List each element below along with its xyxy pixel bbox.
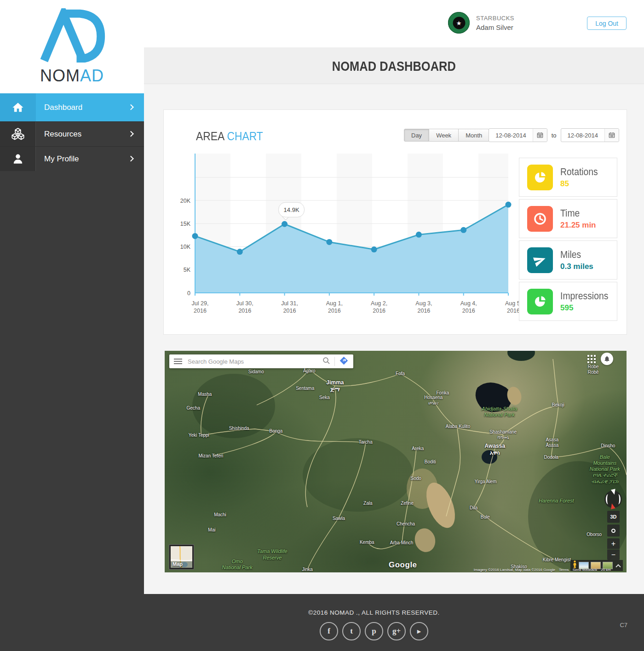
map-label: Kemba: [360, 540, 374, 545]
range-day-button[interactable]: Day: [404, 129, 429, 142]
logo-word-accent: AD: [80, 66, 104, 85]
sidebar-item-my-profile[interactable]: My Profile: [0, 146, 144, 171]
stat-value: 85: [560, 179, 603, 188]
logo-wordmark: NOMAD: [0, 66, 144, 86]
svg-text:20K: 20K: [180, 198, 191, 204]
svg-text:Jul 29,: Jul 29,: [192, 300, 209, 307]
home-icon: [0, 93, 36, 121]
map-label: Bonga: [269, 428, 282, 434]
map-label: Sidamo: [248, 369, 264, 375]
my-location-button[interactable]: [607, 525, 620, 537]
map-label: Awassaአዋሳ: [485, 443, 505, 456]
map-label: Dodola: [544, 455, 558, 460]
user-icon: [0, 147, 36, 171]
calendar-icon[interactable]: [604, 129, 619, 142]
svg-text:Jul 31,: Jul 31,: [281, 300, 298, 307]
search-icon[interactable]: [322, 357, 330, 366]
to-label: to: [552, 132, 557, 139]
chart-point[interactable]: [371, 246, 377, 252]
map-label: Bule: [481, 514, 490, 520]
sidebar-item-resources[interactable]: Resources: [0, 121, 144, 146]
svg-text:2016: 2016: [418, 308, 431, 314]
avatar[interactable]: ★: [448, 12, 470, 34]
map-label: BaleMountainsNational Parkየባሌ ተራሮችብሔራዊ ፓ…: [590, 454, 620, 485]
notifications-icon[interactable]: [601, 353, 613, 365]
sidebar-item-dashboard[interactable]: Dashboard: [0, 93, 144, 121]
chart-point[interactable]: [237, 249, 243, 255]
map-type-label: Map: [172, 561, 183, 567]
date-to-field[interactable]: 12-08-2014: [561, 128, 620, 142]
svg-text:2016: 2016: [283, 308, 296, 314]
chart-point[interactable]: [506, 202, 512, 208]
pinterest-icon[interactable]: p: [365, 622, 383, 640]
chart-point[interactable]: [326, 239, 332, 245]
stat-label: Impressions: [560, 290, 615, 302]
site-footer: ©2016 NOMAD ., ALL RIGHTS RESERVED. ftpg…: [0, 594, 644, 651]
stat-value: 21.25 min: [560, 221, 596, 230]
compass-control[interactable]: [604, 491, 622, 508]
map-search-bar: [169, 354, 353, 368]
range-toggle: Day Week Month: [404, 129, 489, 142]
map-label: Tarcha: [359, 440, 373, 445]
directions-icon[interactable]: [339, 356, 349, 367]
chart-point[interactable]: [282, 221, 288, 227]
page: NOMAD Dashboard: [0, 0, 644, 651]
map-label: Tama WildlifeReserve: [257, 548, 288, 560]
terms-link[interactable]: Terms: [559, 568, 569, 572]
chart-point[interactable]: [416, 232, 422, 238]
stat-card-rotations: Rotations 85: [519, 158, 617, 197]
svg-text:0: 0: [187, 290, 190, 297]
apps-grid-icon[interactable]: [587, 355, 596, 363]
logout-button[interactable]: Log Out: [587, 17, 627, 30]
chart-point[interactable]: [192, 233, 198, 239]
facebook-icon[interactable]: f: [320, 622, 338, 640]
chart-point[interactable]: [460, 227, 466, 233]
twitter-icon[interactable]: t: [342, 622, 361, 640]
map-label: Boditi: [425, 459, 436, 465]
area-chart-svg: 05K10K15K20KJul 29,2016Jul 30,2016Jul 31…: [170, 154, 512, 323]
map-label: Yirga Alem: [475, 479, 497, 485]
map-label: Sodo: [410, 476, 421, 481]
map-label: Zala: [363, 501, 372, 506]
google-logo: Google: [389, 560, 417, 570]
page-header: NOMAD DASHBOARD: [144, 47, 644, 84]
menu-icon[interactable]: [174, 357, 182, 365]
map-label: Jimmaጅማ: [326, 379, 344, 393]
range-week-button[interactable]: Week: [429, 129, 459, 142]
zoom-in-button[interactable]: +: [607, 538, 620, 549]
date-from-field[interactable]: 12-08-2014: [489, 128, 547, 142]
map-label: Chencha: [397, 521, 415, 527]
logo-word-dark: NOM: [40, 66, 80, 85]
stat-value: 595: [560, 303, 615, 313]
svg-text:5K: 5K: [184, 267, 191, 273]
user-name: Adam Silver: [476, 23, 514, 31]
map-label: Dinsho: [601, 443, 615, 449]
map-label: Shishinda: [229, 426, 249, 431]
chart-title: AREA CHART: [196, 129, 272, 143]
calendar-icon[interactable]: [533, 129, 547, 142]
range-month-button[interactable]: Month: [459, 129, 489, 142]
map-label: Sawla: [333, 516, 345, 521]
send-feedback-link[interactable]: Send feedback: [573, 568, 597, 572]
clock-icon: [527, 206, 553, 232]
map-label: Harenna Forest: [539, 498, 574, 504]
map-search-input[interactable]: [188, 358, 322, 365]
map-type-toggle[interactable]: Map: [169, 545, 194, 569]
map-label: Jinka: [302, 567, 313, 572]
area-chart-card: AREA CHART Day Week Month 12-08-2014 to …: [163, 109, 627, 335]
collapse-icon[interactable]: [615, 564, 621, 569]
sidebar: NOMAD Dashboard: [0, 0, 144, 594]
3d-button[interactable]: 3D: [607, 511, 620, 523]
google-map[interactable]: AgaroĀgaroSidamoFofaRobeRobēJimmaጅማSenta…: [165, 351, 627, 572]
date-to-value: 12-08-2014: [561, 132, 605, 139]
zoom-out-button[interactable]: −: [607, 549, 620, 560]
cubes-icon: [0, 122, 36, 146]
map-label: Fofa: [396, 371, 405, 377]
svg-text:2016: 2016: [328, 308, 341, 314]
map-label: Zefine: [401, 501, 414, 506]
youtube-icon[interactable]: ▶: [410, 622, 428, 640]
date-from-value: 12-08-2014: [489, 132, 533, 139]
google-plus-icon[interactable]: g+: [387, 622, 406, 640]
stats-column: Rotations 85 Time 21.25 min Miles: [519, 158, 617, 323]
svg-text:Aug 4,: Aug 4,: [460, 300, 477, 307]
